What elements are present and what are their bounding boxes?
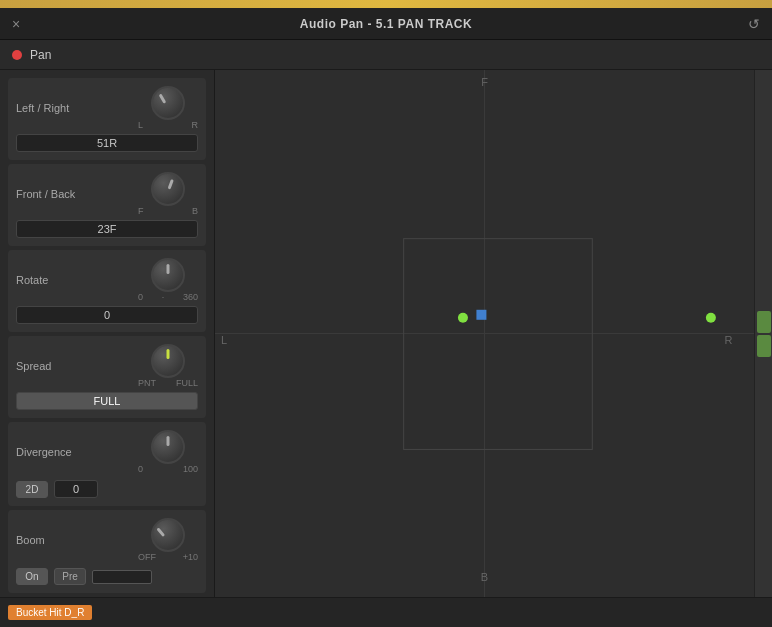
rotate-sub-labels: 0 · 360 [138,292,198,302]
left-panel: Left / Right L R 51R Front / Back F [0,70,215,597]
close-button[interactable]: × [12,17,20,31]
pan-indicator-dot [12,50,22,60]
boom-section: Boom OFF +10 On Pre [8,510,206,593]
rotate-value[interactable]: 0 [16,306,198,324]
divergence-2d-toggle[interactable]: 2D [16,481,48,498]
pan-square-center[interactable] [476,310,486,320]
boom-on-toggle[interactable]: On [16,568,48,585]
boom-row: Boom OFF +10 [16,518,198,562]
left-right-label: Left / Right [16,102,69,114]
spread-row: Spread PNT FULL [16,344,198,388]
spread-full: FULL [176,378,198,388]
pan-dot-right[interactable] [706,313,716,323]
grid-label-l: L [221,334,227,346]
title-bar: × Audio Pan - 5.1 PAN TRACK ↺ [0,8,772,40]
spread-knob[interactable] [151,344,185,378]
divergence-knob[interactable] [151,430,185,464]
boom-knob[interactable] [151,518,185,552]
divergence-knob-wrap: 0 100 [138,430,198,474]
pan-dot-left[interactable] [458,313,468,323]
rotate-min: 0 [138,292,143,302]
left-right-sub-labels: L R [138,120,198,130]
rotate-label: Rotate [16,274,48,286]
left-right-row: Left / Right L R [16,86,198,130]
reset-button[interactable]: ↺ [748,16,760,32]
spread-knob-wrap: PNT FULL [138,344,198,388]
svg-rect-3 [404,239,593,450]
divergence-section: Divergence 0 100 2D 0 [8,422,206,506]
spread-sub-labels: PNT FULL [138,378,198,388]
rotate-knob[interactable] [151,258,185,292]
boom-slider[interactable] [92,570,152,584]
bottom-panel: Bucket Hit D_R [0,597,772,627]
boom-label: Boom [16,534,45,546]
top-decoration [0,0,772,8]
divergence-sub-labels: 0 100 [138,464,198,474]
front-back-row: Front / Back F B [16,172,198,216]
left-right-knob-wrap: L R [138,86,198,130]
boom-off: OFF [138,552,156,562]
boom-pre-toggle[interactable]: Pre [54,568,86,585]
rotate-dot: · [162,292,165,302]
left-right-value[interactable]: 51R [16,134,198,152]
front-back-knob[interactable] [151,172,185,206]
spread-section: Spread PNT FULL FULL [8,336,206,418]
side-btn-1[interactable] [757,311,771,333]
front-back-section: Front / Back F B 23F [8,164,206,246]
side-bar [754,70,772,597]
pan-grid-panel: F B L R [215,70,754,597]
spread-value[interactable]: FULL [16,392,198,410]
boom-max: +10 [183,552,198,562]
left-right-section: Left / Right L R 51R [8,78,206,160]
rotate-row: Rotate 0 · 360 [16,258,198,302]
grid-label-b: B [481,571,488,583]
spread-pnt: PNT [138,378,156,388]
fb-label-back: B [192,206,198,216]
diverge-min: 0 [138,464,143,474]
grid-label-f: F [481,76,488,88]
lr-label-right: R [192,120,199,130]
pan-label: Pan [30,48,51,62]
rotate-section: Rotate 0 · 360 0 [8,250,206,332]
divergence-value[interactable]: 0 [54,480,98,498]
divergence-row: Divergence 0 100 [16,430,198,474]
front-back-label: Front / Back [16,188,75,200]
track-label[interactable]: Bucket Hit D_R [8,605,92,620]
boom-knob-wrap: OFF +10 [138,518,198,562]
divergence-label: Divergence [16,446,72,458]
main-container: Left / Right L R 51R Front / Back F [0,70,772,597]
rotate-knob-wrap: 0 · 360 [138,258,198,302]
side-btn-2[interactable] [757,335,771,357]
pan-grid-svg: F B L R [215,70,754,597]
rotate-max: 360 [183,292,198,302]
fb-label-front: F [138,206,144,216]
lr-label-left: L [138,120,143,130]
front-back-knob-wrap: F B [138,172,198,216]
diverge-max: 100 [183,464,198,474]
spread-label: Spread [16,360,51,372]
window-title: Audio Pan - 5.1 PAN TRACK [300,17,472,31]
front-back-value[interactable]: 23F [16,220,198,238]
grid-label-r: R [724,334,732,346]
boom-sub-labels: OFF +10 [138,552,198,562]
front-back-sub-labels: F B [138,206,198,216]
left-right-knob[interactable] [151,86,185,120]
header-bar: Pan [0,40,772,70]
